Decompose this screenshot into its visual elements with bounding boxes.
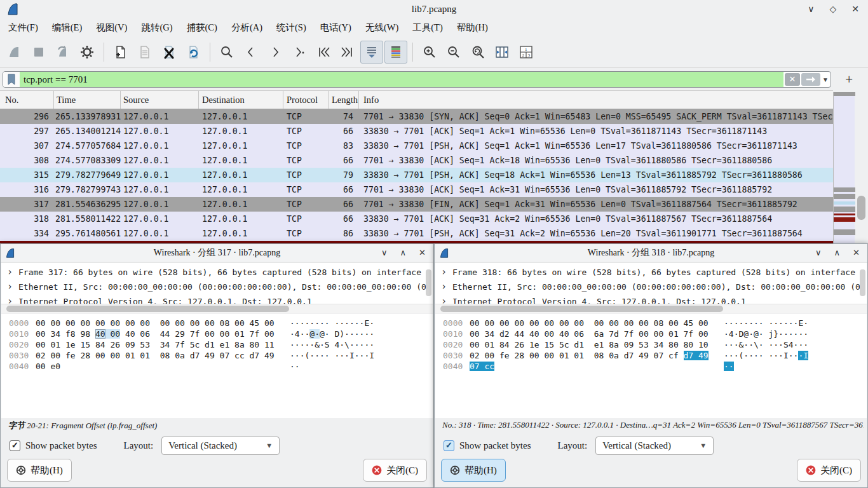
layout-select[interactable]: Vertical (Stacked)▼	[595, 437, 714, 455]
menu-item[interactable]: 文件(F)	[1, 19, 45, 36]
maximize-icon[interactable]: ∧	[834, 248, 841, 258]
hex-ascii[interactable]: ··	[724, 361, 734, 372]
packet-minimap[interactable]	[833, 92, 855, 243]
show-packet-bytes-checkbox[interactable]: ✓	[10, 440, 20, 451]
close-icon[interactable]: ✕	[853, 248, 860, 258]
colorize-icon[interactable]	[384, 41, 407, 64]
packet-row[interactable]: 307274.577057684127.0.0.1127.0.0.1TCP833…	[0, 139, 833, 153]
packet-row[interactable]: 316279.782799743127.0.0.1127.0.0.1TCP667…	[0, 182, 833, 197]
filter-add-button[interactable]: +	[845, 71, 853, 88]
menu-item[interactable]: 工具(T)	[405, 19, 450, 36]
filter-dropdown-icon[interactable]: ▼	[820, 76, 831, 83]
column-layout-icon[interactable]: 123	[515, 41, 538, 64]
hex-bytes[interactable]: 02 00 fe 28 00 00 01 01 08 0a d7 49 07 c…	[470, 350, 716, 361]
hex-ascii[interactable]: ···(···· ···I···I	[290, 350, 374, 361]
hex-line[interactable]: 000000 00 00 00 00 00 00 00 00 00 00 00 …	[1, 318, 433, 329]
bookmark-icon[interactable]	[3, 72, 20, 87]
go-to-packet-icon[interactable]	[288, 41, 311, 64]
hex-line[interactable]: 004000 e0··	[1, 361, 433, 372]
hex-bytes[interactable]: 02 00 fe 28 00 00 01 01 08 0a d7 49 07 c…	[36, 350, 282, 361]
filter-apply-icon[interactable]	[801, 73, 820, 86]
packet-list-scrollbar[interactable]	[855, 92, 868, 243]
tree-hscrollbar[interactable]	[435, 304, 867, 313]
maximize-icon[interactable]: ◇	[829, 4, 836, 15]
scrollbar-thumb[interactable]	[440, 306, 723, 312]
column-header-source[interactable]: Source	[121, 91, 199, 109]
hex-bytes[interactable]: 00 e0	[36, 361, 282, 372]
filter-clear-icon[interactable]: ✕	[785, 73, 800, 86]
show-packet-bytes-checkbox[interactable]: ✓	[444, 440, 454, 451]
start-capture-icon[interactable]	[3, 41, 26, 64]
hex-ascii[interactable]: ···&··\· ···S4···	[724, 339, 808, 350]
go-last-icon[interactable]	[336, 41, 359, 64]
column-header-no[interactable]: No.	[0, 91, 54, 109]
tree-item[interactable]: ›Ethernet II, Src: 00:00:00_00:00:00 (00…	[1, 280, 433, 294]
expand-icon[interactable]: ›	[7, 294, 13, 304]
go-forward-icon[interactable]	[264, 41, 287, 64]
hex-bytes[interactable]: 00 01 84 26 1e 15 5c d1 e1 8a 09 53 34 8…	[470, 339, 716, 350]
column-header-info[interactable]: Info	[359, 91, 833, 109]
expand-icon[interactable]: ›	[7, 265, 13, 280]
maximize-icon[interactable]: ∧	[400, 248, 407, 258]
find-packet-icon[interactable]	[215, 41, 238, 64]
tree-item[interactable]: ›Frame 317: 66 bytes on wire (528 bits),…	[1, 265, 433, 280]
tree-hscrollbar[interactable]	[1, 304, 433, 313]
hex-ascii[interactable]: ·4··@·@· D)······	[290, 329, 374, 339]
column-header-length[interactable]: Length	[329, 91, 359, 109]
minimize-icon[interactable]: ∨	[381, 248, 388, 258]
menu-item[interactable]: 分析(A)	[224, 19, 269, 36]
go-back-icon[interactable]	[240, 41, 262, 64]
column-header-time[interactable]: Time	[54, 91, 121, 109]
minimize-icon[interactable]: ∨	[815, 248, 822, 258]
scrollbar-thumb[interactable]	[6, 306, 289, 312]
menu-item[interactable]: 跳转(G)	[134, 19, 179, 36]
auto-scroll-icon[interactable]	[360, 41, 383, 64]
menu-item[interactable]: 帮助(H)	[450, 19, 495, 36]
scrollbar-thumb[interactable]	[857, 196, 865, 220]
zoom-out-icon[interactable]	[442, 41, 465, 64]
zoom-in-icon[interactable]	[418, 41, 441, 64]
resize-columns-icon[interactable]	[491, 41, 513, 64]
packet-row[interactable]: 308274.577083309127.0.0.1127.0.0.1TCP667…	[0, 153, 833, 168]
menu-item[interactable]: 统计(S)	[269, 19, 313, 36]
hex-ascii[interactable]: ········ ······E·	[290, 318, 374, 329]
minimize-icon[interactable]: ∨	[808, 4, 814, 15]
hex-line[interactable]: 003002 00 fe 28 00 00 01 01 08 0a d7 49 …	[435, 350, 867, 361]
help-button[interactable]: 帮助(H)	[441, 459, 506, 482]
expand-icon[interactable]: ›	[441, 294, 447, 304]
reload-file-icon[interactable]	[182, 41, 205, 64]
close-button[interactable]: 关闭(C)	[797, 459, 861, 482]
hex-bytes[interactable]: 00 34 f8 98 40 00 40 06 44 29 7f 00 00 0…	[36, 329, 282, 339]
capture-options-icon[interactable]	[76, 41, 98, 64]
tree-item[interactable]: ›Frame 318: 66 bytes on wire (528 bits),…	[435, 265, 867, 280]
expand-icon[interactable]: ›	[441, 265, 447, 280]
hex-line[interactable]: 001000 34 f8 98 40 00 40 06 44 29 7f 00 …	[1, 329, 433, 339]
close-icon[interactable]: ✕	[851, 4, 859, 15]
hex-bytes[interactable]: 00 34 d2 44 40 00 40 06 6a 7d 7f 00 00 0…	[470, 329, 716, 339]
tree-vscrollbar[interactable]	[860, 269, 865, 296]
hex-line[interactable]: 000000 00 00 00 00 00 00 00 00 00 00 00 …	[435, 318, 867, 329]
tree-item[interactable]: ›Internet Protocol Version 4, Src: 127.0…	[1, 294, 433, 304]
close-file-icon[interactable]	[158, 41, 180, 64]
save-file-icon[interactable]	[133, 41, 156, 64]
expand-icon[interactable]: ›	[7, 280, 13, 294]
tree-item[interactable]: ›Ethernet II, Src: 00:00:00_00:00:00 (00…	[435, 280, 867, 294]
restart-capture-icon[interactable]	[51, 41, 74, 64]
menu-item[interactable]: 捕获(C)	[180, 19, 224, 36]
stop-capture-icon[interactable]	[27, 41, 50, 64]
menu-item[interactable]: 无线(W)	[358, 19, 405, 36]
packet-row[interactable]: 297265.134001214127.0.0.1127.0.0.1TCP663…	[0, 124, 833, 139]
help-button[interactable]: 帮助(H)	[7, 459, 72, 482]
expand-icon[interactable]: ›	[441, 280, 447, 294]
packet-row[interactable]: 334295.761480561127.0.0.1127.0.0.1TCP863…	[0, 226, 833, 241]
packet-row[interactable]: 317281.554636295127.0.0.1127.0.0.1TCP667…	[0, 197, 833, 212]
hex-ascii[interactable]: ········ ······E·	[724, 318, 808, 329]
close-button[interactable]: 关闭(C)	[363, 459, 427, 482]
packet-row[interactable]: 315279.782779649127.0.0.1127.0.0.1TCP793…	[0, 168, 833, 182]
hex-line[interactable]: 001000 34 d2 44 40 00 40 06 6a 7d 7f 00 …	[435, 329, 867, 339]
hex-line[interactable]: 002000 01 1e 15 84 26 09 53 34 7f 5c d1 …	[1, 339, 433, 350]
hex-line[interactable]: 004007 cc··	[435, 361, 867, 372]
hex-line[interactable]: 003002 00 fe 28 00 00 01 01 08 0a d7 49 …	[1, 350, 433, 361]
column-header-destination[interactable]: Destination	[199, 91, 283, 109]
hex-ascii[interactable]: ·····&·S 4·\·····	[290, 339, 374, 350]
